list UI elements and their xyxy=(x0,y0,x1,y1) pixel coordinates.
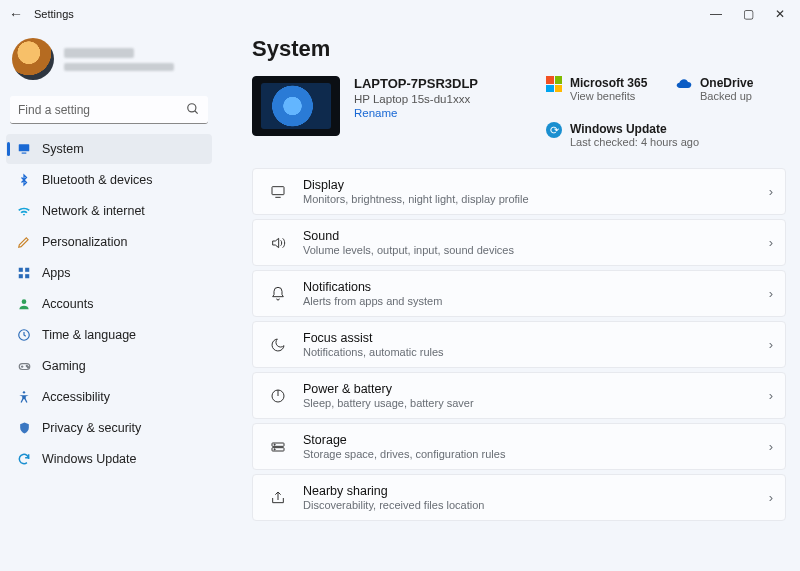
card-focus-assist[interactable]: Focus assistNotifications, automatic rul… xyxy=(252,321,786,368)
accessibility-icon xyxy=(16,389,32,405)
sidebar-item-system[interactable]: System xyxy=(6,134,212,164)
power-icon xyxy=(267,388,289,404)
svg-point-22 xyxy=(274,444,275,445)
sidebar-item-accessibility[interactable]: Accessibility xyxy=(6,382,212,412)
chevron-right-icon: › xyxy=(769,184,773,199)
tile-title: OneDrive xyxy=(700,76,753,90)
maximize-button[interactable]: ▢ xyxy=(732,7,764,21)
card-sub: Volume levels, output, input, sound devi… xyxy=(303,244,514,256)
card-notifications[interactable]: NotificationsAlerts from apps and system… xyxy=(252,270,786,317)
device-name: LAPTOP-7PSR3DLP xyxy=(354,76,478,91)
bell-icon xyxy=(267,286,289,302)
update-circle-icon: ⟳ xyxy=(546,122,562,138)
card-nearby-sharing[interactable]: Nearby sharingDiscoverability, received … xyxy=(252,474,786,521)
tile-sub: View benefits xyxy=(570,90,647,102)
chevron-right-icon: › xyxy=(769,439,773,454)
sidebar-item-accounts[interactable]: Accounts xyxy=(6,289,212,319)
sidebar-item-label: Bluetooth & devices xyxy=(42,173,153,187)
card-title: Notifications xyxy=(303,280,442,294)
svg-point-15 xyxy=(23,391,25,393)
settings-cards: DisplayMonitors, brightness, night light… xyxy=(252,168,786,521)
card-sub: Monitors, brightness, night light, displ… xyxy=(303,193,529,205)
svg-rect-16 xyxy=(272,186,284,194)
share-icon xyxy=(267,490,289,506)
card-storage[interactable]: StorageStorage space, drives, configurat… xyxy=(252,423,786,470)
sidebar-item-privacy[interactable]: Privacy & security xyxy=(6,413,212,443)
tile-title: Microsoft 365 xyxy=(570,76,647,90)
profile-text xyxy=(64,48,174,71)
update-icon xyxy=(16,451,32,467)
gamepad-icon xyxy=(16,358,32,374)
bluetooth-icon xyxy=(16,172,32,188)
card-sub: Sleep, battery usage, battery saver xyxy=(303,397,474,409)
svg-point-8 xyxy=(22,299,27,304)
microsoft-logo-icon xyxy=(546,76,562,92)
tile-onedrive[interactable]: OneDrive Backed up xyxy=(676,76,786,102)
card-title: Focus assist xyxy=(303,331,444,345)
moon-icon xyxy=(267,337,289,353)
brush-icon xyxy=(16,234,32,250)
main-panel: System LAPTOP-7PSR3DLP HP Laptop 15s-du1… xyxy=(218,28,800,571)
sidebar-item-label: Network & internet xyxy=(42,204,145,218)
minimize-button[interactable]: — xyxy=(700,7,732,21)
sidebar-item-gaming[interactable]: Gaming xyxy=(6,351,212,381)
search-input[interactable] xyxy=(10,96,208,124)
sidebar-item-personalization[interactable]: Personalization xyxy=(6,227,212,257)
tile-sub: Backed up xyxy=(700,90,753,102)
svg-point-23 xyxy=(274,448,275,449)
sidebar-item-label: Gaming xyxy=(42,359,86,373)
card-display[interactable]: DisplayMonitors, brightness, night light… xyxy=(252,168,786,215)
profile-block[interactable] xyxy=(6,32,212,90)
sidebar-item-apps[interactable]: Apps xyxy=(6,258,212,288)
svg-rect-3 xyxy=(22,153,27,154)
card-sub: Storage space, drives, configuration rul… xyxy=(303,448,505,460)
svg-rect-7 xyxy=(25,274,29,278)
chevron-right-icon: › xyxy=(769,388,773,403)
svg-rect-4 xyxy=(19,268,23,272)
rename-link[interactable]: Rename xyxy=(354,107,397,119)
page-title: System xyxy=(252,36,786,62)
card-title: Power & battery xyxy=(303,382,474,396)
onedrive-icon xyxy=(676,76,692,92)
card-sub: Alerts from apps and system xyxy=(303,295,442,307)
sidebar-item-network[interactable]: Network & internet xyxy=(6,196,212,226)
card-title: Display xyxy=(303,178,529,192)
sound-icon xyxy=(267,235,289,251)
system-icon xyxy=(16,141,32,157)
shield-icon xyxy=(16,420,32,436)
sidebar-item-label: Accounts xyxy=(42,297,93,311)
device-text: LAPTOP-7PSR3DLP HP Laptop 15s-du1xxx Ren… xyxy=(354,76,478,120)
sidebar-item-time[interactable]: Time & language xyxy=(6,320,212,350)
window-title: Settings xyxy=(34,8,74,20)
tile-microsoft-365[interactable]: Microsoft 365 View benefits xyxy=(546,76,656,102)
svg-rect-2 xyxy=(19,144,30,151)
clock-icon xyxy=(16,327,32,343)
display-icon xyxy=(267,184,289,200)
svg-point-14 xyxy=(27,367,28,368)
card-title: Sound xyxy=(303,229,514,243)
apps-icon xyxy=(16,265,32,281)
sidebar-item-label: Personalization xyxy=(42,235,127,249)
titlebar: ← Settings — ▢ ✕ xyxy=(0,0,800,28)
tile-title: Windows Update xyxy=(570,122,699,136)
card-sound[interactable]: SoundVolume levels, output, input, sound… xyxy=(252,219,786,266)
search-wrap xyxy=(10,96,208,124)
back-button[interactable]: ← xyxy=(4,6,28,22)
sidebar-item-label: Time & language xyxy=(42,328,136,342)
tile-windows-update[interactable]: ⟳ Windows Update Last checked: 4 hours a… xyxy=(546,122,776,148)
tile-sub: Last checked: 4 hours ago xyxy=(570,136,699,148)
sidebar-item-label: Accessibility xyxy=(42,390,110,404)
device-model: HP Laptop 15s-du1xxx xyxy=(354,93,478,105)
svg-rect-6 xyxy=(19,274,23,278)
card-sub: Notifications, automatic rules xyxy=(303,346,444,358)
sidebar-item-label: Windows Update xyxy=(42,452,137,466)
close-button[interactable]: ✕ xyxy=(764,7,796,21)
device-thumbnail xyxy=(252,76,340,136)
card-title: Nearby sharing xyxy=(303,484,484,498)
card-power[interactable]: Power & batterySleep, battery usage, bat… xyxy=(252,372,786,419)
sidebar-item-label: System xyxy=(42,142,84,156)
info-tiles: Microsoft 365 View benefits OneDrive Bac… xyxy=(546,76,786,148)
sidebar-item-bluetooth[interactable]: Bluetooth & devices xyxy=(6,165,212,195)
sidebar-item-windows-update[interactable]: Windows Update xyxy=(6,444,212,474)
storage-icon xyxy=(267,439,289,455)
